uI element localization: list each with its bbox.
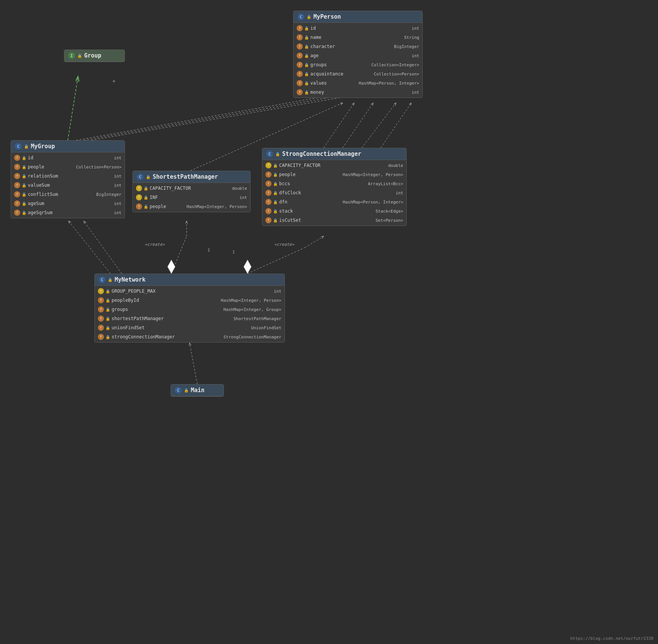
field-row: f🔒valuesHashMap<Person, Integer> [294, 78, 422, 88]
field-name-label: id [28, 155, 33, 160]
field-row: f🔒characterBigInteger [294, 42, 422, 51]
field-type-label: int [114, 210, 121, 215]
field-visibility-icon: f [98, 288, 104, 294]
mygroup-myperson-2 [84, 95, 343, 140]
field-name-label: groups [310, 62, 327, 67]
field-visibility-icon: f [297, 43, 303, 50]
lock-icon: 🔒 [77, 54, 82, 58]
class-header-mygroup: C🔒MyGroup [11, 141, 125, 152]
field-visibility-icon: f [14, 191, 20, 197]
field-name-label: ageSum [28, 201, 44, 206]
field-name-label: ageSqrSum [28, 210, 53, 215]
field-visibility-icon: f [98, 297, 104, 303]
field-name-label: GROUP_PEOPLE_MAX [112, 288, 156, 294]
class-header-group: I🔒Group [64, 50, 125, 62]
scm-myperson-4 [381, 103, 411, 148]
field-row: f🔒groupsCollection<Integer> [294, 60, 422, 69]
field-visibility-icon: f [265, 181, 272, 187]
mygroup-group-line [68, 76, 78, 140]
field-type-label: double [232, 186, 247, 191]
field-row: f🔒idint [11, 153, 125, 162]
field-name-label: age [310, 53, 319, 58]
field-row: f🔒strongConnectionManagerStrongConnectio… [95, 332, 284, 341]
field-row: f🔒acquaintanceCollection<Person> [294, 69, 422, 78]
class-type-icon: I [68, 52, 75, 59]
class-type-icon: C [99, 276, 105, 283]
field-visibility-icon: f [136, 194, 142, 200]
field-lock-icon: 🔒 [105, 308, 110, 312]
field-visibility-icon: f [265, 171, 272, 178]
field-row: f🔒peopleHashMap<Integer, Person> [133, 202, 250, 211]
field-type-label: int [114, 183, 121, 188]
mynetwork-spm-line [171, 236, 187, 274]
class-header-mynetwork: C🔒MyNetwork [95, 274, 284, 286]
mynetwork-mygroup [69, 221, 110, 274]
class-box-shortestpathmanager: C🔒ShortestPathManagerf🔒CAPACITY_FACTORdo… [133, 171, 251, 212]
field-lock-icon: 🔒 [105, 289, 110, 293]
field-name-label: isCutSet [279, 218, 301, 223]
field-name-label: groups [112, 307, 128, 312]
field-row: f🔒ageSqrSumint [11, 208, 125, 217]
field-name-label: dfsClock [279, 190, 301, 195]
field-lock-icon: 🔒 [273, 173, 278, 177]
field-type-label: String [404, 35, 419, 40]
mynetwork-scm-line [248, 248, 305, 274]
field-visibility-icon: f [98, 306, 104, 312]
field-visibility-icon: f [297, 34, 303, 40]
field-name-label: unionFindSet [112, 325, 145, 330]
field-row: f🔒groupsHashMap<Integer, Group> [95, 305, 284, 314]
field-lock-icon: 🔒 [304, 54, 309, 58]
multiplicity-star: * [112, 79, 115, 85]
field-visibility-icon: f [98, 316, 104, 322]
class-box-myperson: C🔒MyPersonf🔒idintf🔒nameStringf🔒character… [293, 11, 423, 98]
scm-myperson-2 [343, 103, 373, 148]
field-name-label: CAPACITY_FACTOR [150, 186, 191, 191]
field-name-label: strongConnectionManager [112, 334, 175, 340]
field-row: f🔒idint [294, 24, 422, 33]
create-label-scm: «create» [274, 242, 294, 247]
field-row: f🔒CAPACITY_FACTORdouble [262, 161, 406, 170]
field-type-label: int [412, 53, 419, 58]
lock-icon: 🔒 [24, 144, 29, 149]
mygroup-myperson-1 [76, 95, 331, 140]
composition-diamond-spm [168, 260, 175, 274]
field-visibility-icon: f [297, 53, 303, 59]
field-visibility-icon: f [14, 182, 20, 188]
field-visibility-icon: f [14, 210, 20, 216]
field-lock-icon: 🔒 [22, 202, 26, 206]
field-lock-icon: 🔒 [105, 317, 110, 321]
label-1-scm: 1 [232, 250, 235, 255]
field-row: f🔒relationSumint [11, 171, 125, 181]
field-visibility-icon: f [265, 190, 272, 196]
field-visibility-icon: f [14, 164, 20, 170]
field-lock-icon: 🔒 [144, 205, 148, 209]
field-type-label: int [114, 174, 121, 179]
field-type-label: int [396, 191, 403, 195]
field-type-label: Stack<Edge> [375, 209, 403, 214]
field-lock-icon: 🔒 [304, 45, 309, 49]
field-row: f🔒conflictSumBigInteger [11, 190, 125, 199]
field-name-label: people [28, 164, 44, 170]
field-visibility-icon: f [136, 203, 142, 210]
field-visibility-icon: f [14, 155, 20, 161]
field-name-label: CAPACITY_FACTOR [279, 163, 320, 168]
composition-diamond-scm [244, 260, 251, 274]
field-name-label: relationSum [28, 173, 58, 179]
class-title-main: Main [191, 387, 204, 394]
class-type-icon: C [175, 387, 182, 394]
class-box-mygroup: C🔒MyGroupf🔒idintf🔒peopleCollection<Perso… [11, 140, 125, 218]
field-type-label: Collection<Person> [374, 72, 419, 77]
field-type-label: int [240, 195, 247, 200]
field-row: f🔒nameString [294, 33, 422, 42]
field-type-label: int [274, 289, 281, 294]
field-type-label: ShortestPathManager [233, 316, 281, 321]
field-row: f🔒peopleByIdHashMap<Integer, Person> [95, 296, 284, 305]
field-row: f🔒bccsArrayList<Bcc> [262, 179, 406, 188]
field-visibility-icon: f [14, 173, 20, 179]
field-row: f🔒GROUP_PEOPLE_MAXint [95, 287, 284, 296]
class-box-mynetwork: C🔒MyNetworkf🔒GROUP_PEOPLE_MAXintf🔒people… [94, 274, 285, 343]
class-type-icon: C [15, 143, 22, 150]
field-row: f🔒peopleCollection<Person> [11, 162, 125, 171]
field-lock-icon: 🔒 [105, 326, 110, 330]
field-row: f🔒valueSumint [11, 181, 125, 190]
